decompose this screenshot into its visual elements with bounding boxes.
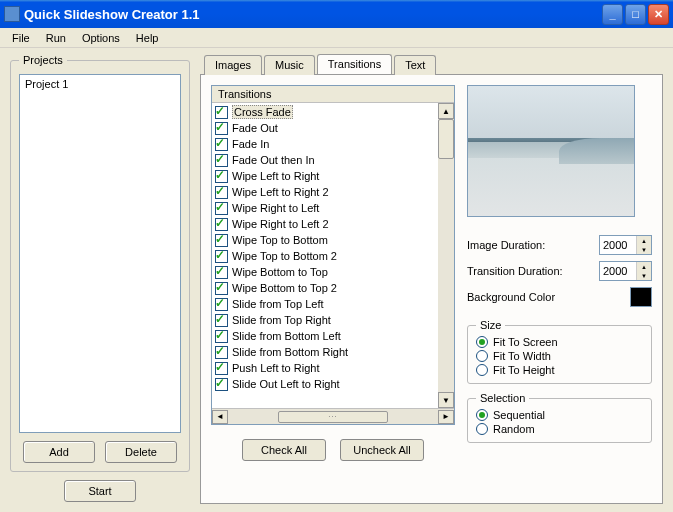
checkbox-icon[interactable]: [215, 346, 228, 359]
transition-duration-input[interactable]: ▲ ▼: [599, 261, 652, 281]
menu-help[interactable]: Help: [128, 30, 167, 46]
projects-list[interactable]: Project 1: [19, 74, 181, 433]
transition-label: Wipe Left to Right 2: [232, 186, 329, 198]
transition-item[interactable]: Wipe Bottom to Top 2: [213, 280, 453, 296]
project-item[interactable]: Project 1: [22, 77, 178, 91]
delete-button[interactable]: Delete: [105, 441, 177, 463]
close-button[interactable]: ✕: [648, 4, 669, 25]
projects-legend: Projects: [19, 54, 67, 66]
transition-item[interactable]: Wipe Right to Left 2: [213, 216, 453, 232]
add-button[interactable]: Add: [23, 441, 95, 463]
transitions-column-header[interactable]: Transitions: [218, 88, 271, 100]
checkbox-icon[interactable]: [215, 122, 228, 135]
radio-fit-screen[interactable]: Fit To Screen: [476, 335, 643, 349]
checkbox-icon[interactable]: [215, 314, 228, 327]
transition-item[interactable]: Push Left to Right: [213, 360, 453, 376]
maximize-button[interactable]: □: [625, 4, 646, 25]
menu-file[interactable]: File: [4, 30, 38, 46]
tab-transitions[interactable]: Transitions: [317, 54, 392, 74]
tab-text[interactable]: Text: [394, 55, 436, 75]
transition-item[interactable]: Wipe Right to Left: [213, 200, 453, 216]
projects-group: Projects Project 1 Add Delete: [10, 54, 190, 472]
checkbox-icon[interactable]: [215, 282, 228, 295]
checkbox-icon[interactable]: [215, 362, 228, 375]
radio-icon: [476, 409, 488, 421]
transition-item[interactable]: Wipe Bottom to Top: [213, 264, 453, 280]
tab-images[interactable]: Images: [204, 55, 262, 75]
radio-fit-width[interactable]: Fit To Width: [476, 349, 643, 363]
tab-music[interactable]: Music: [264, 55, 315, 75]
checkbox-icon[interactable]: [215, 234, 228, 247]
transitions-vscroll[interactable]: ▲ ▼: [438, 103, 454, 408]
image-duration-input[interactable]: ▲ ▼: [599, 235, 652, 255]
radio-icon: [476, 336, 488, 348]
transition-item[interactable]: Fade In: [213, 136, 453, 152]
transition-duration-label: Transition Duration:: [467, 265, 563, 277]
transition-duration-field[interactable]: [600, 262, 636, 280]
scroll-left-icon[interactable]: ◄: [212, 410, 228, 424]
transition-item[interactable]: Fade Out then In: [213, 152, 453, 168]
radio-icon: [476, 364, 488, 376]
selection-legend: Selection: [476, 392, 529, 404]
transition-item[interactable]: Slide from Top Left: [213, 296, 453, 312]
transition-item[interactable]: Cross Fade: [213, 104, 453, 120]
scroll-right-icon[interactable]: ►: [438, 410, 454, 424]
preview-image: [467, 85, 635, 217]
transitions-hscroll[interactable]: ◄ ··· ►: [212, 408, 454, 424]
checkbox-icon[interactable]: [215, 218, 228, 231]
spin-up-icon[interactable]: ▲: [636, 262, 651, 271]
scroll-thumb[interactable]: [438, 119, 454, 159]
checkbox-icon[interactable]: [215, 106, 228, 119]
transition-item[interactable]: Slide from Bottom Left: [213, 328, 453, 344]
transition-label: Slide Out Left to Right: [232, 378, 340, 390]
radio-fit-height[interactable]: Fit To Height: [476, 363, 643, 377]
transition-item[interactable]: Fade Out: [213, 120, 453, 136]
size-legend: Size: [476, 319, 505, 331]
transition-item[interactable]: Wipe Left to Right 2: [213, 184, 453, 200]
radio-label: Fit To Height: [493, 364, 555, 376]
checkbox-icon[interactable]: [215, 170, 228, 183]
spin-down-icon[interactable]: ▼: [636, 245, 651, 254]
menu-options[interactable]: Options: [74, 30, 128, 46]
radio-icon: [476, 350, 488, 362]
checkbox-icon[interactable]: [215, 186, 228, 199]
radio-sequential[interactable]: Sequential: [476, 408, 643, 422]
scroll-up-icon[interactable]: ▲: [438, 103, 454, 119]
checkbox-icon[interactable]: [215, 266, 228, 279]
transition-item[interactable]: Wipe Top to Bottom 2: [213, 248, 453, 264]
transition-label: Fade Out then In: [232, 154, 315, 166]
transition-label: Wipe Left to Right: [232, 170, 319, 182]
image-duration-label: Image Duration:: [467, 239, 545, 251]
spin-down-icon[interactable]: ▼: [636, 271, 651, 280]
minimize-button[interactable]: _: [602, 4, 623, 25]
titlebar: Quick Slideshow Creator 1.1 _ □ ✕: [0, 0, 673, 28]
spin-up-icon[interactable]: ▲: [636, 236, 651, 245]
checkbox-icon[interactable]: [215, 298, 228, 311]
check-all-button[interactable]: Check All: [242, 439, 326, 461]
transition-item[interactable]: Wipe Left to Right: [213, 168, 453, 184]
radio-random[interactable]: Random: [476, 422, 643, 436]
app-icon: [4, 6, 20, 22]
checkbox-icon[interactable]: [215, 330, 228, 343]
transition-label: Wipe Bottom to Top: [232, 266, 328, 278]
transition-item[interactable]: Wipe Top to Bottom: [213, 232, 453, 248]
transition-label: Fade Out: [232, 122, 278, 134]
background-color-swatch[interactable]: [630, 287, 652, 307]
checkbox-icon[interactable]: [215, 202, 228, 215]
checkbox-icon[interactable]: [215, 154, 228, 167]
radio-label: Fit To Screen: [493, 336, 558, 348]
size-group: Size Fit To Screen Fit To Width Fit To H…: [467, 319, 652, 384]
start-button[interactable]: Start: [64, 480, 136, 502]
checkbox-icon[interactable]: [215, 378, 228, 391]
checkbox-icon[interactable]: [215, 250, 228, 263]
image-duration-field[interactable]: [600, 236, 636, 254]
transition-item[interactable]: Slide from Bottom Right: [213, 344, 453, 360]
transitions-list: Transitions Cross FadeFade OutFade InFad…: [211, 85, 455, 425]
menu-run[interactable]: Run: [38, 30, 74, 46]
transition-item[interactable]: Slide Out Left to Right: [213, 376, 453, 392]
transition-item[interactable]: Slide from Top Right: [213, 312, 453, 328]
scroll-thumb-h[interactable]: ···: [278, 411, 388, 423]
uncheck-all-button[interactable]: Uncheck All: [340, 439, 424, 461]
scroll-down-icon[interactable]: ▼: [438, 392, 454, 408]
checkbox-icon[interactable]: [215, 138, 228, 151]
